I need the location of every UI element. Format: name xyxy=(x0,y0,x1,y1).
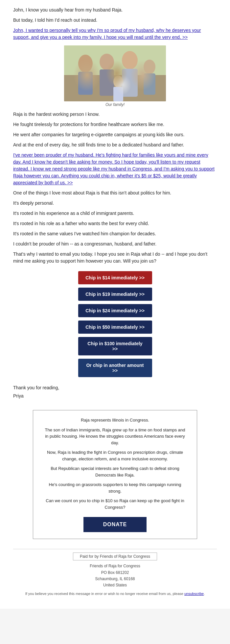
family-photo xyxy=(64,45,166,101)
family-image-wrapper: Our family! xyxy=(13,45,217,107)
closing-text: Thank you for reading, Priya xyxy=(13,384,217,400)
chip-50-button[interactable]: Chip in $50 immediately >> xyxy=(78,321,152,334)
svg-point-2 xyxy=(78,55,93,72)
main-link-2[interactable]: I've never been prouder of my husband. H… xyxy=(13,152,217,186)
intro-line-1: John, I know you usually hear from my hu… xyxy=(13,7,217,13)
closing-line-1: Thank you for reading, xyxy=(13,384,217,392)
footer-divider xyxy=(13,549,217,549)
svg-rect-9 xyxy=(144,73,155,95)
svg-rect-7 xyxy=(122,69,138,97)
footer-section: Paid for by Friends of Raja for Congress… xyxy=(13,553,217,602)
svg-rect-3 xyxy=(78,72,93,95)
sidebar-line-3: Now, Raja is leading the fight in Congre… xyxy=(43,449,187,462)
para2-1: It's deeply personal. xyxy=(13,200,217,207)
svg-point-10 xyxy=(113,76,123,88)
svg-point-6 xyxy=(122,51,138,69)
paid-by-box: Paid for by Friends of Raja for Congress xyxy=(13,553,217,563)
image-caption: Our family! xyxy=(13,102,217,107)
sidebar-line-6: Can we count on you to chip in $10 so Ra… xyxy=(43,498,187,510)
para2-2: It's rooted in his experience as a child… xyxy=(13,210,217,217)
chip-100-button[interactable]: Chip in $100 immediately >> xyxy=(78,337,152,355)
intro-line-2: But today, I told him I'd reach out inst… xyxy=(13,17,217,24)
svg-point-4 xyxy=(100,54,114,70)
sidebar-line-1: Raja represents Illinois in Congress. xyxy=(43,417,187,424)
family-photo-svg xyxy=(64,45,166,101)
chip-24-button[interactable]: Chip in $24 immediately >> xyxy=(78,304,152,317)
chip-14-button[interactable]: Chip in $14 immediately >> xyxy=(78,271,152,284)
sidebar-donate-button[interactable]: DONATE xyxy=(83,517,147,532)
sidebar-line-4: But Republican special interests are fun… xyxy=(43,465,187,478)
para2-0: One of the things I love most about Raja… xyxy=(13,190,217,196)
svg-rect-0 xyxy=(64,45,166,101)
para-1: Raja is the hardest working person I kno… xyxy=(13,111,217,118)
para2-4: It's rooted in the same values I've watc… xyxy=(13,230,217,237)
main-link-1[interactable]: John, I wanted to personally tell you wh… xyxy=(13,27,217,41)
footer-address: Friends of Raja for Congress PO Box 6812… xyxy=(13,563,217,588)
unsubscribe-link[interactable]: unsubscribe xyxy=(184,592,204,596)
sidebar-line-5: He's counting on grassroots supporters t… xyxy=(43,481,187,494)
unsubscribe-prefix: If you believe you received this message… xyxy=(25,592,184,596)
para2-5: I couldn't be prouder of him -- as a con… xyxy=(13,241,217,247)
closing-line-2: Priya xyxy=(13,392,217,400)
paid-by-text: Paid for by Friends of Raja for Congress xyxy=(73,553,157,560)
sidebar-line-2: The son of Indian immigrants, Raja grew … xyxy=(43,427,187,446)
sidebar-box: Raja represents Illinois in Congress. Th… xyxy=(33,410,197,539)
svg-rect-11 xyxy=(113,87,123,101)
email-body: John, I know you usually hear from my hu… xyxy=(0,0,230,609)
svg-point-8 xyxy=(144,60,155,74)
address-line-2: PO Box 681202 xyxy=(13,570,217,576)
chip-other-button[interactable]: Or chip in another amount >> xyxy=(78,359,152,377)
address-line-1: Friends of Raja for Congress xyxy=(13,563,217,569)
unsubscribe-text: If you believe you received this message… xyxy=(13,592,217,596)
para2-3: It's rooted in his role as a father who … xyxy=(13,220,217,227)
svg-rect-5 xyxy=(100,69,114,96)
svg-rect-1 xyxy=(64,75,166,101)
donation-buttons-section: Chip in $14 immediately >> Chip in $19 i… xyxy=(13,271,217,377)
address-line-3: Schaumburg, IL 60168 xyxy=(13,576,217,582)
address-line-4: United States xyxy=(13,582,217,588)
para-2: He fought tirelessly for protections for… xyxy=(13,121,217,128)
chip-19-button[interactable]: Chip in $19 immediately >> xyxy=(78,288,152,301)
para2-6: That's why I wanted to email you today. … xyxy=(13,251,217,265)
unsubscribe-suffix: . xyxy=(204,592,205,596)
para-4: And at the end of every day, he still fi… xyxy=(13,142,217,148)
para-3: He went after companies for targeting e-… xyxy=(13,131,217,138)
